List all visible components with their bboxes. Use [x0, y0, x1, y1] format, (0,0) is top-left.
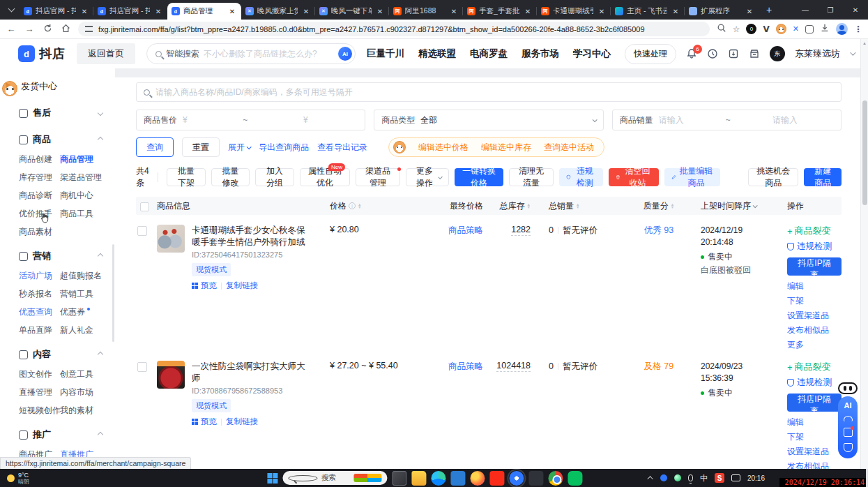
sidebar-scrollbar[interactable]	[112, 244, 114, 342]
browser-tab-active[interactable]: d 商品管理	[167, 3, 241, 20]
tab-close-icon[interactable]	[79, 6, 89, 16]
set-channel-link[interactable]: 设置渠道品	[787, 446, 829, 458]
shop-avatar[interactable]: 东	[770, 46, 785, 61]
sidebar-item-product-tools[interactable]: 商品工具	[60, 208, 115, 220]
preview-link[interactable]: 预览	[201, 417, 217, 427]
sidebar-item-content-market[interactable]: 内容市场	[60, 387, 115, 398]
page-url[interactable]: fxg.jinritemai.com/ffa/g/list?btm_ppre=a…	[98, 25, 703, 33]
adblock-extension-icon[interactable]: 0	[746, 24, 756, 34]
browser-tab[interactable]: 阿 手套_手套批发_手	[463, 3, 537, 20]
window-maximize-button[interactable]: ❐	[818, 0, 843, 20]
product-fission-link[interactable]: 商品裂变	[787, 361, 831, 373]
tray-expand-icon[interactable]	[647, 476, 653, 481]
export-history-link[interactable]: 查看导出记录	[317, 142, 367, 153]
downloads-icon[interactable]	[820, 23, 830, 35]
chevron-down-icon[interactable]	[850, 50, 855, 55]
taskbar-search[interactable]: 搜索	[282, 471, 387, 485]
quick-handle-button[interactable]: 快速处理	[625, 44, 676, 64]
browser-menu-icon[interactable]: ⋮	[854, 24, 862, 34]
browser-tab[interactable]: 阿 卡通珊瑚绒手套少	[537, 3, 611, 20]
notification-bell-icon[interactable]: 6	[686, 48, 697, 59]
preview-link[interactable]: 预览	[201, 280, 217, 291]
col-stock[interactable]: 总库存 ▲▼	[483, 200, 531, 212]
new-tab-button[interactable]	[761, 2, 777, 17]
row-checkbox[interactable]	[137, 226, 147, 236]
scrollbar-thumb[interactable]	[862, 100, 867, 205]
sidebar-group-product[interactable]: 商品	[0, 131, 115, 148]
tab-close-icon[interactable]	[597, 6, 607, 16]
product-search-input[interactable]: 请输入商品名称/商品ID/商家编码，多条可用逗号隔开	[136, 82, 842, 102]
product-title[interactable]: 一次性防尘袋啊实打实大师大师	[192, 361, 309, 384]
strategy-link[interactable]: 商品策略	[448, 225, 483, 235]
quality-score[interactable]: 及格 79	[644, 361, 673, 371]
sidebar-item-stock-manage[interactable]: 库存管理	[19, 172, 60, 183]
sidebar-item-activity-square[interactable]: 活动广场	[19, 270, 60, 282]
ai-search-icon[interactable]: AI	[338, 47, 352, 61]
fox-extension-icon[interactable]	[776, 24, 786, 34]
product-image[interactable]	[157, 361, 185, 389]
sidebar-item-marketing-tools[interactable]: 营销工具	[60, 288, 115, 300]
sidebar-item-discount-query[interactable]: 优惠查询	[19, 306, 60, 318]
tab-search-chevron-icon[interactable]	[4, 3, 18, 17]
product-title[interactable]: 卡通珊瑚绒手套少女心秋冬保暖手套学生情侣户外骑行加绒防寒手套	[192, 225, 309, 248]
shield-icon[interactable]	[844, 443, 853, 452]
empty-recycle-button[interactable]: 清空回收站	[609, 168, 659, 186]
ai-assistant-widget[interactable]: AI	[837, 382, 858, 458]
add-to-group-button[interactable]: 加入分组	[255, 168, 294, 186]
tab-close-icon[interactable]	[671, 6, 680, 16]
back-home-button[interactable]: 返回首页	[77, 43, 135, 64]
ai-label[interactable]: AI	[844, 401, 852, 410]
wechat-icon[interactable]	[568, 471, 582, 486]
box-extension-icon[interactable]	[805, 25, 814, 33]
edit-link[interactable]: 编辑	[787, 417, 829, 428]
browser-tab[interactable]: 主页 - 飞书云文档	[611, 3, 685, 20]
sidebar-item-product-create[interactable]: 商品创建	[19, 153, 60, 165]
ai-eyes-icon[interactable]	[838, 382, 858, 394]
sidebar-item-creative-tools[interactable]: 创意工具	[60, 368, 115, 380]
sidebar-item-product-material[interactable]: 商品素材	[19, 226, 60, 238]
zoom-icon[interactable]	[717, 23, 726, 35]
sidebar-item-article-create[interactable]: 图文创作	[19, 368, 60, 380]
edit-selected-stock-button[interactable]: 编辑选中库存	[481, 142, 531, 153]
publish-similar-link[interactable]: 发布相似品	[787, 324, 829, 336]
edge-browser-icon[interactable]	[431, 471, 446, 486]
sidebar-item-short-video[interactable]: 短视频创作	[19, 405, 60, 417]
fox-extension-float-icon[interactable]	[2, 81, 17, 96]
more-link[interactable]: 更多	[787, 339, 829, 351]
stock-value[interactable]: 1024418	[496, 361, 531, 372]
sidebar-item-newbie-gift[interactable]: 新人礼金	[60, 324, 115, 336]
browser-tab[interactable]: 扩展程序	[685, 3, 759, 20]
convert-price-button[interactable]: 一键转换价格	[455, 168, 503, 186]
sidebar-item-product-diagnose[interactable]: 商品诊断	[19, 190, 60, 202]
sidebar-group-aftersale[interactable]: 售后	[0, 105, 115, 121]
tab-close-icon[interactable]	[523, 6, 533, 16]
sidebar-item-my-material[interactable]: 我的素材	[60, 405, 115, 417]
channel-mgmt-button[interactable]: 渠道品管理	[356, 168, 400, 186]
tab-close-icon[interactable]	[301, 6, 311, 16]
col-quality[interactable]: 质量分 ▲▼	[623, 200, 695, 212]
shop-name[interactable]: 东莱臻选坊	[795, 47, 840, 60]
offshelf-link[interactable]: 下架	[787, 295, 829, 307]
tray-app-icon[interactable]	[660, 474, 667, 481]
browser-tab[interactable]: d 抖店官网 - 抖音小	[93, 3, 167, 20]
sidebar-item-opportunity-center[interactable]: 商机中心	[60, 190, 115, 202]
clean-traffic-button[interactable]: 清理无流量	[509, 168, 554, 186]
scroll-up-icon[interactable]: ▲	[862, 41, 867, 45]
browser-tab[interactable]: ✕ 晚风搬家上货	[241, 3, 315, 20]
nav-learning-center[interactable]: 学习中心	[573, 47, 611, 60]
sidebar-group-content[interactable]: 内容	[0, 346, 115, 363]
firefox-icon[interactable]	[470, 471, 485, 486]
nav-jingxuan[interactable]: 精选联盟	[418, 47, 456, 60]
violation-check-button[interactable]: 违规检测	[559, 168, 603, 186]
copy-link[interactable]: 复制链接	[226, 280, 258, 291]
page-scrollbar[interactable]: ▲	[860, 39, 868, 469]
select-all-checkbox[interactable]	[140, 202, 149, 211]
query-button[interactable]: 查询	[136, 137, 174, 157]
dark-app-icon[interactable]	[528, 471, 543, 486]
query-selected-activity-button[interactable]: 查询选中活动	[544, 142, 594, 153]
auto-optimize-button[interactable]: 属性自动优化 New	[300, 168, 350, 186]
doudian-logo[interactable]: d 抖店	[18, 45, 66, 62]
message-icon[interactable]	[844, 428, 853, 437]
douyin-ip-tool-button[interactable]: 抖店IP隔离	[787, 257, 842, 276]
v-extension-icon[interactable]: Ⅴ	[763, 24, 769, 34]
